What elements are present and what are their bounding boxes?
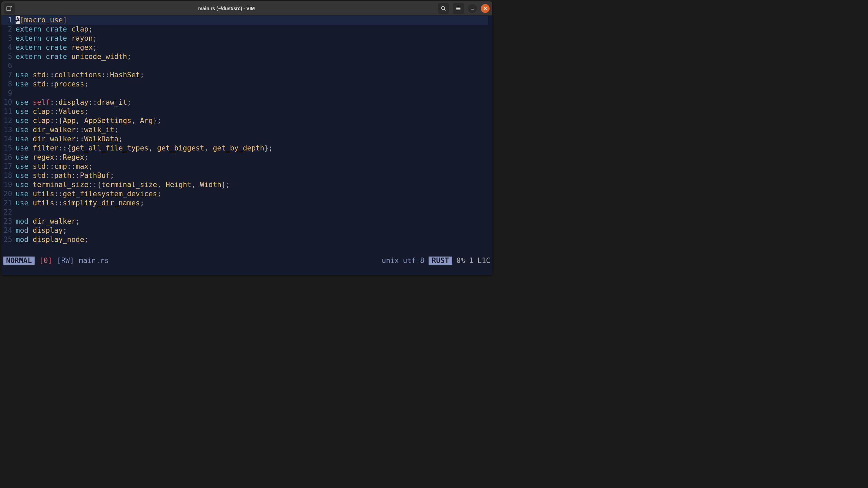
- code-line[interactable]: 17use std::cmp::max;: [1, 162, 488, 171]
- line-number: 11: [1, 107, 16, 116]
- line-number: 22: [1, 208, 16, 217]
- line-number: 4: [1, 43, 16, 52]
- code-content: #[macro_use]: [16, 16, 67, 25]
- code-content: use std::path::PathBuf;: [16, 171, 114, 180]
- line-number: 23: [1, 217, 16, 226]
- code-line[interactable]: 11use clap::Values;: [1, 107, 488, 116]
- scroll-percent: 0%: [456, 257, 465, 265]
- code-content: use dir_walker::WalkData;: [16, 135, 123, 144]
- line-number: 16: [1, 153, 16, 162]
- code-content: mod display_node;: [16, 235, 88, 244]
- menu-button[interactable]: [453, 3, 464, 14]
- code-line[interactable]: 3extern crate rayon;: [1, 34, 488, 43]
- code-line[interactable]: 24mod display;: [1, 226, 488, 235]
- line-number: 20: [1, 189, 16, 199]
- code-line[interactable]: 25mod display_node;: [1, 235, 488, 244]
- terminal-window: main.rs (~/dust/src) - VIM 1#[macro_use]…: [1, 1, 492, 275]
- code-content: mod display;: [16, 226, 67, 235]
- close-icon: [484, 7, 487, 10]
- code-line[interactable]: 7use std::collections::HashSet;: [1, 70, 488, 80]
- fileformat-label: unix: [382, 257, 399, 265]
- code-line[interactable]: 9: [1, 89, 488, 98]
- register-indicator: [0]: [39, 257, 52, 265]
- titlebar: main.rs (~/dust/src) - VIM: [1, 1, 492, 16]
- code-line[interactable]: 14use dir_walker::WalkData;: [1, 135, 488, 144]
- line-number: 13: [1, 125, 16, 135]
- code-line[interactable]: 8use std::process;: [1, 80, 488, 89]
- code-content: use clap::{App, AppSettings, Arg};: [16, 116, 161, 125]
- search-button[interactable]: [438, 3, 449, 14]
- line-number: 3: [1, 34, 16, 43]
- line-number: 8: [1, 80, 16, 89]
- minimize-icon: [471, 7, 474, 10]
- line-number: 6: [1, 61, 16, 70]
- new-tab-icon: [6, 6, 13, 11]
- line-number: 7: [1, 70, 16, 80]
- line-number: 18: [1, 171, 16, 180]
- scrollbar[interactable]: [488, 16, 492, 256]
- code-line[interactable]: 10use self::display::draw_it;: [1, 98, 488, 107]
- code-line[interactable]: 5extern crate unicode_width;: [1, 52, 488, 61]
- code-content: use dir_walker::walk_it;: [16, 125, 119, 135]
- column-status: L1C: [477, 257, 490, 265]
- line-number: 9: [1, 89, 16, 98]
- code-line[interactable]: 13use dir_walker::walk_it;: [1, 125, 488, 135]
- code-content: extern crate clap;: [16, 25, 93, 34]
- hamburger-icon: [456, 6, 461, 11]
- line-number: 14: [1, 135, 16, 144]
- vim-mode-badge: NORMAL: [3, 257, 35, 265]
- code-content: use std::cmp::max;: [16, 162, 93, 171]
- line-number: 25: [1, 235, 16, 244]
- code-content: use std::process;: [16, 80, 88, 89]
- line-number: 2: [1, 25, 16, 34]
- svg-point-3: [441, 6, 445, 9]
- line-number: 10: [1, 98, 16, 107]
- code-line[interactable]: 23mod dir_walker;: [1, 217, 488, 226]
- window-title: main.rs (~/dust/src) - VIM: [15, 6, 438, 11]
- code-line[interactable]: 2extern crate clap;: [1, 25, 488, 34]
- code-content: use std::collections::HashSet;: [16, 70, 144, 80]
- code-content: use utils::get_filesystem_devices;: [16, 189, 161, 199]
- code-line[interactable]: 12use clap::{App, AppSettings, Arg};: [1, 116, 488, 125]
- close-button[interactable]: [481, 4, 490, 13]
- editor-viewport[interactable]: 1#[macro_use]2extern crate clap;3extern …: [1, 16, 492, 256]
- svg-line-4: [444, 9, 446, 11]
- code-line[interactable]: 18use std::path::PathBuf;: [1, 171, 488, 180]
- minimize-button[interactable]: [468, 4, 477, 13]
- code-line[interactable]: 20use utils::get_filesystem_devices;: [1, 189, 488, 199]
- code-content: use clap::Values;: [16, 107, 88, 116]
- code-line[interactable]: 22: [1, 208, 488, 217]
- code-line[interactable]: 19use terminal_size::{terminal_size, Hei…: [1, 180, 488, 189]
- line-number: 19: [1, 180, 16, 189]
- line-number: 15: [1, 144, 16, 153]
- line-number: 24: [1, 226, 16, 235]
- rw-indicator: [RW]: [57, 257, 74, 265]
- status-line: NORMAL [0] [RW] main.rs unix utf-8 RUST …: [1, 256, 492, 266]
- code-line[interactable]: 16use regex::Regex;: [1, 153, 488, 162]
- search-icon: [441, 6, 446, 11]
- line-number: 12: [1, 116, 16, 125]
- code-content: extern crate regex;: [16, 43, 97, 52]
- code-line[interactable]: 15use filter::{get_all_file_types, get_b…: [1, 144, 488, 153]
- line-number: 1: [1, 16, 16, 25]
- line-number-status: 1: [469, 257, 473, 265]
- code-content: use filter::{get_all_file_types, get_big…: [16, 144, 273, 153]
- line-number: 17: [1, 162, 16, 171]
- filename-label: main.rs: [79, 257, 109, 265]
- filetype-badge: RUST: [429, 257, 453, 265]
- command-line[interactable]: [1, 266, 492, 275]
- svg-rect-0: [7, 7, 11, 11]
- code-line[interactable]: 6: [1, 61, 488, 70]
- code-line[interactable]: 21use utils::simplify_dir_names;: [1, 199, 488, 208]
- code-line[interactable]: 4extern crate regex;: [1, 43, 488, 52]
- encoding-label: utf-8: [403, 257, 424, 265]
- code-content: mod dir_walker;: [16, 217, 80, 226]
- line-number: 21: [1, 199, 16, 208]
- code-line[interactable]: 1#[macro_use]: [1, 16, 488, 25]
- line-number: 5: [1, 52, 16, 61]
- code-content: use terminal_size::{terminal_size, Heigh…: [16, 180, 230, 189]
- new-tab-button[interactable]: [4, 3, 15, 14]
- code-content: use self::display::draw_it;: [16, 98, 131, 107]
- code-content: extern crate unicode_width;: [16, 52, 131, 61]
- code-content: extern crate rayon;: [16, 34, 97, 43]
